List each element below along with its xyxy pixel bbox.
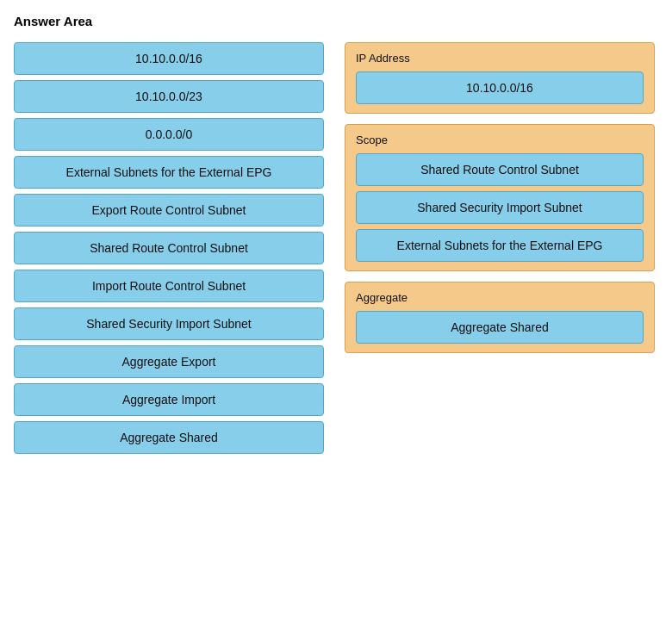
section-items-section-scope: Shared Route Control SubnetShared Securi… [356, 153, 644, 262]
answer-area-layout: 10.10.0.0/1610.10.0.0/230.0.0.0/0Externa… [14, 42, 658, 454]
left-item-left-5[interactable]: Export Route Control Subnet [14, 194, 324, 227]
right-column: IP Address10.10.0.0/16ScopeShared Route … [345, 42, 655, 353]
section-items-section-ip: 10.10.0.0/16 [356, 71, 644, 104]
right-item-scope-2[interactable]: Shared Security Import Subnet [356, 191, 644, 224]
section-title-section-aggregate: Aggregate [356, 291, 644, 304]
section-section-ip: IP Address10.10.0.0/16 [345, 42, 655, 114]
left-item-left-10[interactable]: Aggregate Import [14, 383, 324, 416]
section-section-aggregate: AggregateAggregate Shared [345, 282, 655, 353]
right-item-ip-1[interactable]: 10.10.0.0/16 [356, 71, 644, 104]
right-item-scope-1[interactable]: Shared Route Control Subnet [356, 153, 644, 186]
section-title-section-ip: IP Address [356, 52, 644, 65]
left-item-left-6[interactable]: Shared Route Control Subnet [14, 232, 324, 264]
left-item-left-2[interactable]: 10.10.0.0/23 [14, 80, 324, 113]
section-title-section-scope: Scope [356, 133, 644, 146]
page-title: Answer Area [14, 14, 658, 28]
left-item-left-4[interactable]: External Subnets for the External EPG [14, 156, 324, 189]
section-section-scope: ScopeShared Route Control SubnetShared S… [345, 124, 655, 271]
left-item-left-7[interactable]: Import Route Control Subnet [14, 270, 324, 302]
right-item-agg-1[interactable]: Aggregate Shared [356, 311, 644, 344]
left-item-left-3[interactable]: 0.0.0.0/0 [14, 118, 324, 151]
left-item-left-9[interactable]: Aggregate Export [14, 345, 324, 378]
left-item-left-1[interactable]: 10.10.0.0/16 [14, 42, 324, 75]
left-column: 10.10.0.0/1610.10.0.0/230.0.0.0/0Externa… [14, 42, 324, 454]
left-item-left-11[interactable]: Aggregate Shared [14, 421, 324, 454]
section-items-section-aggregate: Aggregate Shared [356, 311, 644, 344]
right-item-scope-3[interactable]: External Subnets for the External EPG [356, 229, 644, 262]
left-item-left-8[interactable]: Shared Security Import Subnet [14, 307, 324, 340]
